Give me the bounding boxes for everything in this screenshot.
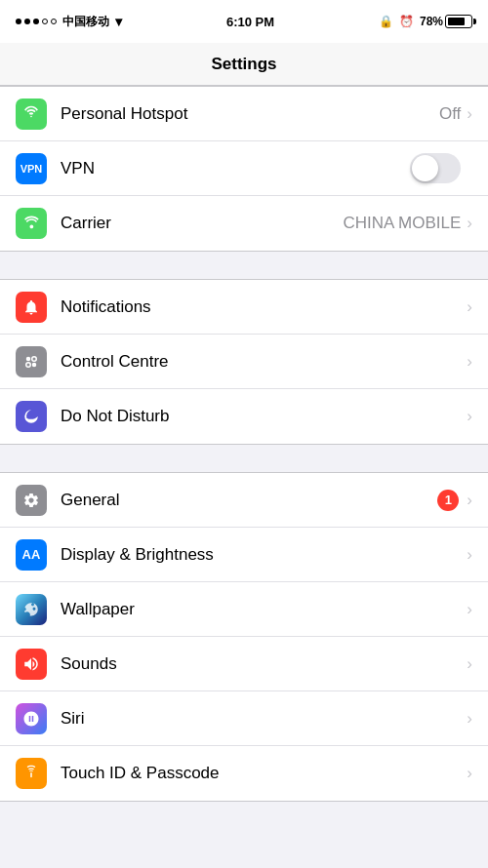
siri-row[interactable]: Siri ›: [0, 691, 488, 746]
wallpaper-svg: [22, 601, 40, 618]
carrier-icon: [16, 208, 47, 239]
sounds-icon: [16, 649, 47, 680]
display-brightness-icon: AA: [16, 539, 47, 571]
general-row[interactable]: General 1 ›: [0, 473, 488, 528]
touch-id-label: Touch ID & Passcode: [61, 764, 467, 783]
carrier-svg: [22, 215, 40, 232]
carrier-row[interactable]: Carrier CHINA MOBILE ›: [0, 196, 488, 251]
status-left: 中国移动 ▾: [16, 14, 122, 30]
display-brightness-row[interactable]: AA Display & Brightness ›: [0, 528, 488, 582]
do-not-disturb-label: Do Not Disturb: [61, 407, 467, 426]
do-not-disturb-icon: [16, 401, 47, 432]
carrier-chevron: ›: [467, 214, 472, 233]
gear-svg: [22, 492, 40, 509]
svg-point-3: [32, 362, 37, 367]
signal-dot-5: [51, 19, 57, 24]
display-brightness-label: Display & Brightness: [61, 545, 467, 565]
sounds-chevron: ›: [467, 654, 472, 674]
wallpaper-row[interactable]: Wallpaper ›: [0, 582, 488, 637]
sounds-label: Sounds: [61, 654, 467, 674]
wallpaper-icon: [16, 594, 47, 625]
control-centre-label: Control Centre: [61, 352, 467, 372]
general-label: General: [61, 491, 437, 510]
page-title: Settings: [211, 55, 276, 74]
vpn-toggle[interactable]: [410, 153, 461, 183]
status-bar: 中国移动 ▾ 6:10 PM 🔒 ⏰ 78%: [0, 0, 488, 43]
carrier-value: CHINA MOBILE: [343, 214, 461, 233]
wallpaper-label: Wallpaper: [61, 600, 467, 619]
carrier-label: Carrier: [61, 214, 343, 233]
do-not-disturb-row[interactable]: Do Not Disturb ›: [0, 389, 488, 444]
signal-dot-3: [33, 19, 39, 24]
signal-dot-4: [42, 19, 48, 24]
lock-icon: 🔒: [379, 15, 393, 28]
notifications-label: Notifications: [61, 297, 467, 317]
control-centre-chevron: ›: [467, 352, 472, 372]
personal-hotspot-label: Personal Hotspot: [61, 104, 439, 124]
touch-id-icon: [16, 758, 47, 789]
general-chevron: ›: [467, 491, 472, 510]
control-centre-svg: [22, 353, 40, 371]
battery-percentage: 78%: [420, 15, 443, 28]
personal-hotspot-chevron: ›: [467, 104, 472, 124]
touch-id-row[interactable]: Touch ID & Passcode ›: [0, 746, 488, 801]
signal-dot-2: [24, 19, 30, 24]
personal-hotspot-value: Off: [439, 104, 461, 124]
control-centre-row[interactable]: Control Centre ›: [0, 335, 488, 389]
touch-id-svg: [22, 765, 40, 782]
aa-text: AA: [22, 547, 41, 562]
battery-fill: [448, 18, 465, 25]
touch-id-chevron: ›: [467, 764, 472, 783]
sounds-row[interactable]: Sounds ›: [0, 637, 488, 691]
siri-svg: [22, 710, 40, 728]
signal-dot-1: [16, 19, 21, 24]
vpn-toggle-thumb: [412, 155, 438, 181]
time-display: 6:10 PM: [226, 15, 274, 29]
general-section: General 1 › AA Display & Brightness › Wa…: [0, 472, 488, 802]
wifi-icon: ▾: [115, 14, 122, 29]
signal-dots: [16, 19, 57, 24]
status-right: 🔒 ⏰ 78%: [379, 15, 472, 28]
network-section: Personal Hotspot Off › VPN VPN › Carrier…: [0, 86, 488, 252]
vpn-row[interactable]: VPN VPN ›: [0, 141, 488, 196]
siri-chevron: ›: [467, 709, 472, 729]
nav-bar: Settings: [0, 43, 488, 86]
hotspot-svg: [21, 104, 41, 124]
notifications-icon: [16, 292, 47, 323]
svg-point-0: [26, 356, 31, 361]
control-centre-icon: [16, 346, 47, 377]
time-label: 6:10 PM: [226, 15, 274, 29]
personal-hotspot-row[interactable]: Personal Hotspot Off ›: [0, 87, 488, 141]
vpn-text: VPN: [20, 163, 43, 175]
vpn-label: VPN: [61, 159, 410, 178]
personal-hotspot-icon: [16, 99, 47, 130]
display-brightness-chevron: ›: [467, 545, 472, 565]
notifications-section: Notifications › Control Centre ›: [0, 279, 488, 445]
svg-point-1: [32, 356, 37, 361]
notifications-row[interactable]: Notifications ›: [0, 280, 488, 335]
vpn-icon: VPN: [16, 153, 47, 184]
battery-bar: [445, 15, 472, 28]
do-not-disturb-svg: [22, 408, 40, 425]
alarm-icon: ⏰: [399, 15, 414, 28]
notifications-chevron: ›: [467, 297, 472, 317]
siri-label: Siri: [61, 709, 467, 729]
siri-icon: [16, 703, 47, 734]
settings-list: Personal Hotspot Off › VPN VPN › Carrier…: [0, 86, 488, 868]
wallpaper-chevron: ›: [467, 600, 472, 619]
general-icon: [16, 485, 47, 516]
battery-indicator: 78%: [420, 15, 472, 28]
do-not-disturb-chevron: ›: [467, 407, 472, 426]
svg-point-2: [26, 362, 31, 367]
notifications-svg: [22, 298, 40, 316]
sounds-svg: [22, 655, 40, 673]
general-badge: 1: [437, 490, 459, 511]
carrier-label: 中国移动: [62, 14, 109, 30]
